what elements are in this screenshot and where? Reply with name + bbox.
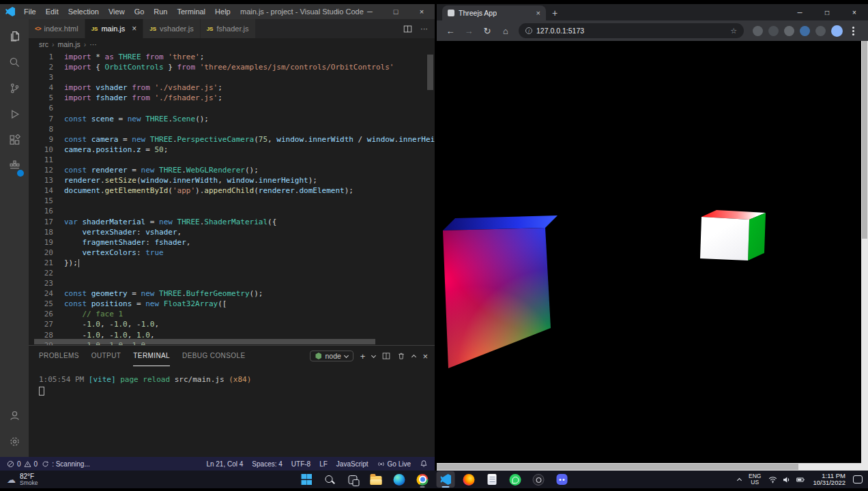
notifications-bell-icon[interactable] [420,460,428,468]
problems-status[interactable]: 0 0 [7,460,38,468]
bookmark-star-icon[interactable]: ☆ [730,27,737,35]
editor-vertical-scrollbar[interactable] [427,55,433,90]
minimize-button[interactable]: ─ [786,4,813,20]
weather-widget[interactable]: ☁ 82°F Smoke [0,473,38,486]
close-tab-icon[interactable]: × [536,9,540,17]
taskbar-search-button[interactable] [321,471,339,488]
account-icon[interactable] [0,402,29,428]
battery-icon[interactable] [796,475,805,484]
maximize-panel-icon[interactable] [411,354,416,359]
extension-icon-5[interactable] [815,26,826,36]
page-vertical-scrollbar[interactable] [861,41,868,463]
panel-tab-debug-console[interactable]: DEBUG CONSOLE [182,346,245,366]
reload-icon[interactable]: ↻ [479,23,495,39]
back-icon[interactable]: ← [442,23,459,39]
page-horizontal-scrollbar[interactable] [437,463,861,471]
go-live-button[interactable]: Go Live [377,460,411,468]
split-editor-icon[interactable] [403,25,412,33]
more-actions-icon[interactable]: ··· [420,25,428,33]
breadcrumb-folder[interactable]: src [39,40,48,48]
panel-tab-terminal[interactable]: TERMINAL [133,346,170,366]
taskbar-discord-button[interactable] [553,471,571,488]
extension-icon-4[interactable] [800,26,810,36]
forward-icon[interactable]: → [461,23,477,39]
maximize-button[interactable]: □ [383,4,409,19]
run-debug-icon[interactable] [0,101,29,127]
taskbar-obs-button[interactable] [530,471,548,488]
search-icon[interactable] [0,49,29,75]
eol-status[interactable]: LF [319,460,328,468]
extension-icon-1[interactable] [753,26,763,36]
indentation-status[interactable]: Spaces: 4 [252,460,282,468]
breadcrumb[interactable]: src › main.js › ··· [29,38,435,50]
close-button[interactable]: × [409,4,435,19]
tab-vshader-js[interactable]: JS vshader.js [143,19,200,38]
language-indicator[interactable]: ENG US [749,473,761,486]
url-text[interactable]: 127.0.0.1:5173 [536,27,584,35]
terminal-dropdown-icon[interactable] [371,353,376,357]
close-button[interactable]: × [841,4,868,20]
address-bar[interactable]: i 127.0.0.1:5173 ☆ [519,23,744,38]
terminal-shell-selector[interactable]: node [310,351,353,361]
source-control-icon[interactable] [0,75,29,101]
split-terminal-icon[interactable] [382,352,390,360]
settings-gear-icon[interactable] [0,428,29,454]
remote-containers-icon[interactable] [0,153,29,179]
kill-terminal-icon[interactable] [397,352,405,360]
close-tab-icon[interactable]: × [132,24,136,33]
maximize-button[interactable]: □ [813,4,841,20]
tab-main-js[interactable]: JS main.js × [85,19,144,38]
taskbar-file-explorer-button[interactable] [367,471,386,488]
terminal-output[interactable]: 1:05:54 PM [vite] page reload src/main.j… [29,366,435,396]
speaker-icon[interactable] [782,475,791,484]
taskbar-chrome-button[interactable] [414,471,432,488]
editor-column: <> index.html JS main.js × JS vshader.js… [29,19,435,457]
language-mode-status[interactable]: JavaScript [336,460,368,468]
panel-tab-problems[interactable]: PROBLEMS [39,346,79,366]
breadcrumb-file[interactable]: main.js [58,40,81,48]
extensions-icon[interactable] [0,127,29,153]
scanning-status[interactable]: : Scanning... [42,460,90,468]
menu-go[interactable]: Go [130,8,149,16]
site-info-icon[interactable]: i [525,27,532,34]
profile-avatar[interactable] [831,25,843,37]
panel-tab-output[interactable]: OUTPUT [91,346,121,366]
menu-terminal[interactable]: Terminal [173,8,211,16]
threejs-canvas[interactable] [437,41,861,463]
breadcrumb-symbol[interactable]: ··· [89,40,97,48]
taskbar-edge-button[interactable] [390,471,409,488]
editor-horizontal-scrollbar[interactable] [34,339,375,344]
scrollbar-thumb[interactable] [437,464,798,470]
taskbar-start-button[interactable] [298,471,316,488]
taskbar-vscode-button[interactable] [437,471,455,488]
close-panel-icon[interactable]: × [422,351,428,361]
browser-tab[interactable]: Threejs App × [442,5,546,20]
taskbar-notepad-button[interactable] [483,471,502,488]
menu-file[interactable]: File [19,8,41,16]
new-terminal-icon[interactable]: + [360,351,366,361]
extension-icon-2[interactable] [768,26,779,36]
clock[interactable]: 1:11 PM 10/31/2022 [813,473,845,487]
taskbar-firefox-button[interactable] [460,471,478,488]
menu-view[interactable]: View [104,8,130,16]
extension-icon-3[interactable] [784,26,794,36]
tab-fshader-js[interactable]: JS fshader.js [201,19,256,38]
code-editor[interactable]: 1import * as THREE from 'three';2import … [29,50,435,345]
home-icon[interactable]: ⌂ [497,23,514,39]
scrollbar-thumb[interactable] [862,41,867,239]
menu-run[interactable]: Run [149,8,172,16]
menu-help[interactable]: Help [210,8,235,16]
tab-index-html[interactable]: <> index.html [29,19,85,38]
new-tab-button[interactable]: + [546,5,564,20]
hidden-icons-chevron[interactable] [737,477,742,482]
notification-center-icon[interactable] [853,475,863,483]
taskbar-task-view-button[interactable] [344,471,362,488]
wifi-icon[interactable] [768,475,777,484]
encoding-status[interactable]: UTF-8 [291,460,310,468]
browser-menu-icon[interactable] [852,30,854,32]
taskbar-whatsapp-button[interactable] [506,471,525,488]
explorer-icon[interactable] [0,23,29,49]
menu-edit[interactable]: Edit [41,8,63,16]
menu-selection[interactable]: Selection [63,8,104,16]
cursor-position-status[interactable]: Ln 21, Col 4 [206,460,243,468]
